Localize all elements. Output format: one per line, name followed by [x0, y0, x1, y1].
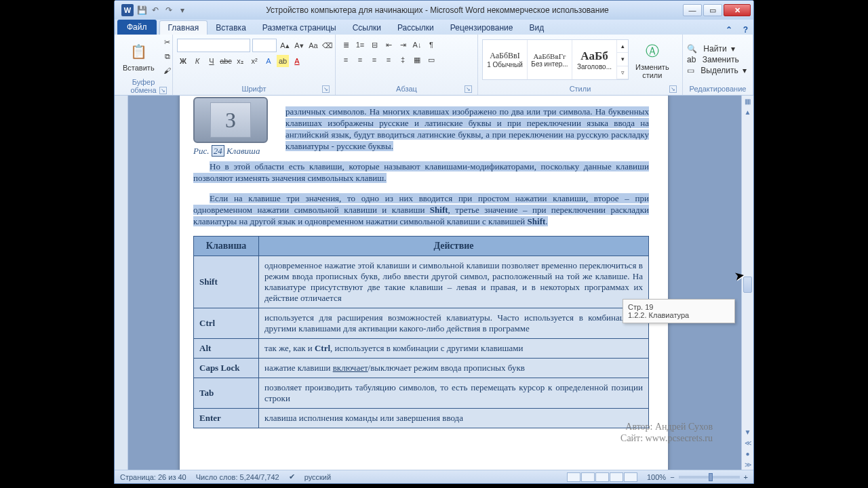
scroll-down-icon[interactable]: ▼ — [742, 426, 753, 437]
save-icon[interactable]: 💾 — [136, 5, 147, 16]
ruler-toggle-icon[interactable]: ▦ — [742, 96, 753, 106]
text-effects-icon[interactable]: A — [262, 55, 275, 67]
qat-dropdown-icon[interactable]: ▾ — [177, 5, 188, 16]
bullets-icon[interactable]: ≣ — [340, 39, 352, 51]
table-header: Клавиша — [194, 237, 259, 256]
show-marks-icon[interactable]: ¶ — [425, 39, 437, 51]
prev-page-icon[interactable]: ≪ — [742, 437, 753, 448]
tab-references[interactable]: Ссылки — [344, 21, 389, 35]
style-normal[interactable]: АаБбВвІ1 Обычный — [483, 40, 528, 79]
sort-icon[interactable]: A↓ — [411, 39, 423, 51]
tab-page-layout[interactable]: Разметка страницы — [254, 21, 344, 35]
table-row: Ctrlиспользуется для расширения возможно… — [194, 308, 649, 339]
copy-icon[interactable]: ⧉ — [161, 50, 174, 62]
grow-font-icon[interactable]: A▴ — [279, 39, 291, 52]
dialog-launcher-icon[interactable]: ↘ — [465, 85, 472, 93]
window-title: Устройство компьютера для начинающих - M… — [192, 5, 683, 15]
scroll-up-icon[interactable]: ▲ — [742, 106, 753, 117]
font-color-icon[interactable]: A — [291, 55, 303, 67]
close-button[interactable]: ✕ — [724, 4, 751, 16]
bold-button[interactable]: Ж — [177, 55, 189, 67]
tab-home[interactable]: Главная — [159, 20, 208, 35]
redo-icon[interactable]: ↷ — [163, 5, 174, 16]
change-styles-button[interactable]: Ⓐ Изменить стили — [631, 39, 673, 81]
tab-mailings[interactable]: Рассылки — [389, 21, 442, 35]
font-name-input[interactable] — [177, 39, 250, 52]
styles-scroll[interactable]: ▴▾▿ — [617, 40, 628, 79]
zoom-control: 100% − + — [647, 473, 748, 481]
tab-view[interactable]: Вид — [521, 21, 552, 35]
tab-file[interactable]: Файл — [117, 20, 157, 35]
style-no-spacing[interactable]: АаБбВвГгБез интер... — [528, 40, 572, 79]
next-page-icon[interactable]: ≫ — [742, 459, 753, 470]
group-label: Абзац — [396, 85, 417, 93]
minimize-ribbon-icon[interactable]: ⌃ — [720, 25, 738, 35]
italic-button[interactable]: К — [191, 55, 203, 67]
view-web-icon[interactable] — [595, 472, 609, 482]
group-styles: АаБбВвІ1 Обычный АаБбВвГгБез интер... Аа… — [478, 35, 683, 95]
line-spacing-icon[interactable]: ‡ — [397, 54, 409, 66]
browse-object-icon[interactable]: ● — [742, 448, 753, 459]
document-area: З Рис. 24 Клавиша различных символов. На… — [115, 96, 753, 470]
underline-button[interactable]: Ч — [205, 55, 218, 67]
zoom-in-icon[interactable]: + — [744, 473, 748, 481]
paste-icon: 📋 — [127, 41, 149, 62]
replace-button[interactable]: ab Заменить — [687, 55, 749, 64]
zoom-level[interactable]: 100% — [647, 473, 666, 481]
find-button[interactable]: 🔍 Найти ▾ — [687, 44, 749, 54]
view-outline-icon[interactable] — [610, 472, 623, 482]
minimize-button[interactable]: — — [683, 4, 702, 16]
word-icon[interactable]: W — [121, 4, 134, 16]
page: З Рис. 24 Клавиша различных символов. На… — [180, 96, 668, 470]
dialog-launcher-icon[interactable]: ↘ — [669, 85, 677, 93]
multilevel-list-icon[interactable]: ⊟ — [368, 39, 380, 51]
align-right-icon[interactable]: ≡ — [368, 54, 380, 66]
highlight-icon[interactable]: ab — [277, 55, 289, 67]
table-row: Caps Lockнажатие клавиши включает/выключ… — [194, 359, 649, 378]
dialog-launcher-icon[interactable]: ↘ — [322, 85, 330, 93]
dialog-launcher-icon[interactable]: ↘ — [159, 87, 167, 94]
superscript-button[interactable]: x² — [248, 55, 260, 67]
justify-icon[interactable]: ≡ — [382, 54, 395, 66]
font-size-input[interactable] — [252, 39, 277, 52]
zoom-out-icon[interactable]: − — [670, 473, 674, 481]
clear-formatting-icon[interactable]: ⌫ — [321, 39, 334, 52]
undo-icon[interactable]: ↶ — [150, 5, 161, 16]
tab-insert[interactable]: Вставка — [208, 21, 254, 35]
status-language[interactable]: русский — [304, 473, 331, 481]
app-window: W 💾 ↶ ↷ ▾ Устройство компьютера для начи… — [114, 0, 754, 484]
view-buttons — [567, 472, 637, 482]
increase-indent-icon[interactable]: ⇥ — [397, 39, 409, 51]
document-scroll[interactable]: З Рис. 24 Клавиша различных символов. На… — [128, 96, 741, 470]
decrease-indent-icon[interactable]: ⇤ — [382, 39, 395, 51]
shrink-font-icon[interactable]: A▾ — [293, 39, 305, 52]
view-print-layout-icon[interactable] — [567, 472, 580, 482]
view-draft-icon[interactable] — [624, 472, 637, 482]
style-heading1[interactable]: АаБбЗаголово... — [572, 40, 617, 79]
status-spellcheck-icon[interactable]: ✔ — [289, 472, 295, 481]
align-left-icon[interactable]: ≡ — [340, 54, 352, 66]
vertical-ruler[interactable] — [115, 96, 128, 470]
maximize-button[interactable]: ▭ — [703, 4, 722, 16]
status-words[interactable]: Число слов: 5,244/7,742 — [196, 473, 279, 481]
format-painter-icon[interactable]: 🖌 — [161, 64, 174, 77]
shading-icon[interactable]: ▦ — [411, 54, 423, 66]
change-styles-icon: Ⓐ — [642, 40, 663, 62]
align-center-icon[interactable]: ≡ — [354, 54, 366, 66]
styles-gallery[interactable]: АаБбВвІ1 Обычный АаБбВвГгБез интер... Аа… — [482, 39, 629, 80]
borders-icon[interactable]: ▭ — [425, 54, 437, 66]
paste-button[interactable]: 📋 Вставить — [119, 39, 159, 73]
help-icon[interactable]: ? — [738, 25, 753, 35]
change-case-icon[interactable]: Aa — [307, 39, 319, 52]
subscript-button[interactable]: x₂ — [234, 55, 246, 67]
select-button[interactable]: ▭ Выделить ▾ — [687, 66, 749, 75]
numbering-icon[interactable]: 1≡ — [354, 39, 366, 51]
group-label: Шрифт — [241, 85, 266, 93]
cut-icon[interactable]: ✂ — [161, 36, 174, 48]
table-header: Действие — [259, 237, 649, 256]
tab-review[interactable]: Рецензирование — [442, 21, 521, 35]
view-fullscreen-icon[interactable] — [581, 472, 595, 482]
status-page[interactable]: Страница: 26 из 40 — [120, 473, 186, 481]
strikethrough-button[interactable]: abc — [220, 55, 232, 67]
zoom-slider[interactable] — [679, 476, 740, 479]
